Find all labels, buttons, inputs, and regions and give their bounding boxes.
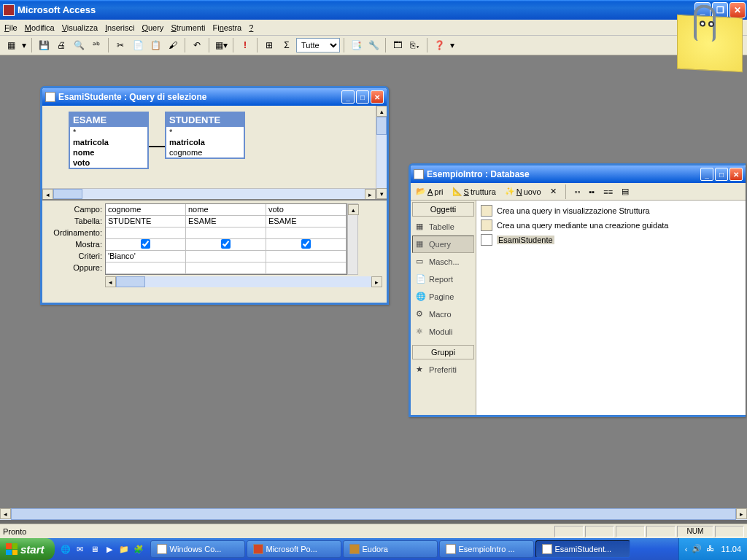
grid-cell-mostra[interactable]	[106, 239, 186, 251]
db-maximize-button[interactable]: □	[715, 168, 728, 181]
db-open-button[interactable]: 📂Apri	[414, 185, 446, 198]
scroll-right-button[interactable]: ▸	[371, 276, 382, 287]
menu-help[interactable]: ?	[249, 23, 253, 32]
showtable-button[interactable]: ⊞	[261, 37, 277, 53]
query-maximize-button[interactable]: □	[356, 90, 369, 104]
app-icon[interactable]: 📁	[117, 542, 131, 556]
grid-cell-ordinamento[interactable]	[266, 228, 347, 239]
hscrollbar[interactable]: ◂ ▸	[42, 188, 376, 199]
scroll-up-button[interactable]: ▴	[376, 106, 387, 117]
dropdown-arrow-icon[interactable]: ▾	[20, 37, 28, 53]
table-esame[interactable]: ESAME * matricola nome voto	[69, 112, 149, 169]
table-field[interactable]: nome	[70, 147, 147, 158]
properties-button[interactable]: 📑	[348, 37, 364, 53]
paste-button[interactable]: 📋	[147, 37, 163, 53]
sidebar-item-query[interactable]: ▦Query	[412, 236, 474, 253]
table-field[interactable]: *	[166, 127, 244, 137]
db-design-button[interactable]: 📐Struttura	[450, 185, 498, 198]
query-tables-pane[interactable]: ESAME * matricola nome voto STUDENTE * m…	[42, 106, 387, 201]
taskbar-eudora[interactable]: Eudora	[343, 540, 438, 558]
undo-button[interactable]: ↶	[189, 37, 205, 53]
media-icon[interactable]: ▶	[103, 542, 116, 556]
tray-chevron-icon[interactable]: ‹	[685, 545, 688, 553]
systray[interactable]: ‹ 🔊 🖧 11.04	[678, 538, 747, 560]
table-field[interactable]: voto	[70, 158, 147, 168]
scroll-right-button[interactable]: ▸	[736, 508, 747, 519]
querytype-button[interactable]: ▦▾	[213, 37, 229, 53]
grid-cell-criteri[interactable]	[186, 251, 266, 262]
query-close-button[interactable]: ✕	[371, 90, 384, 104]
db-delete-button[interactable]: ✕	[548, 185, 559, 198]
newobject-button[interactable]: ⎘▾	[407, 37, 423, 53]
grid-cell-oppure[interactable]	[106, 262, 186, 274]
volume-icon[interactable]: 🔊	[692, 544, 702, 554]
db-close-button[interactable]: ✕	[729, 168, 743, 181]
create-query-design[interactable]: Crea una query in visualizzazione Strutt…	[479, 203, 743, 218]
grid-cell-tabella[interactable]: ESAME	[266, 216, 347, 228]
cut-button[interactable]: ✂	[112, 37, 128, 53]
menu-file[interactable]: File	[4, 23, 18, 32]
save-button[interactable]: 💾	[36, 37, 52, 53]
grid-vscrollbar[interactable]: ▴	[347, 203, 358, 275]
table-field[interactable]: *	[70, 127, 147, 137]
scroll-right-button[interactable]: ▸	[365, 189, 376, 200]
grid-cell-mostra[interactable]	[186, 239, 266, 251]
menu-tools[interactable]: Strumenti	[171, 23, 205, 32]
sidebar-item-preferiti[interactable]: ★Preferiti	[412, 361, 474, 378]
table-studente[interactable]: STUDENTE * matricola cognome	[165, 112, 245, 159]
sidebar-item-macro[interactable]: ⚙Macro	[412, 306, 474, 323]
list-button[interactable]: ≡≡	[601, 186, 615, 198]
grid-cell-ordinamento[interactable]	[186, 228, 266, 239]
show-checkbox[interactable]	[141, 239, 150, 249]
help-button[interactable]: ❓	[431, 37, 447, 53]
taskbar-windows-commander[interactable]: Windows Co...	[150, 540, 245, 558]
db-new-button[interactable]: ✨Nuovo	[503, 185, 543, 198]
mdi-hscrollbar[interactable]: ◂ ▸	[0, 508, 747, 520]
network-icon[interactable]: 🖧	[706, 544, 716, 554]
scroll-left-button[interactable]: ◂	[0, 508, 11, 519]
grid-cell-tabella[interactable]: ESAME	[186, 216, 266, 228]
database-window-titlebar[interactable]: EsempioIntro : Database _ □ ✕	[411, 166, 746, 183]
view-button[interactable]: ▦	[3, 37, 19, 53]
sidebar-item-maschere[interactable]: ▭Masch...	[412, 253, 474, 271]
table-field[interactable]: matricola	[70, 137, 147, 147]
grid-hscrollbar[interactable]: ◂ ▸	[105, 276, 382, 287]
scroll-down-button[interactable]: ▾	[376, 188, 387, 199]
close-button[interactable]: ✕	[729, 2, 746, 18]
large-icons-button[interactable]: ▫▫	[573, 186, 583, 198]
office-assistant[interactable]	[677, 15, 743, 73]
menu-insert[interactable]: Inserisci	[105, 23, 134, 32]
sidebar-item-moduli[interactable]: ⚛Moduli	[412, 323, 474, 341]
vscrollbar[interactable]: ▴ ▾	[376, 106, 387, 199]
grid-cell-oppure[interactable]	[186, 262, 266, 274]
grid-cell-campo[interactable]: cognome	[106, 204, 186, 216]
menu-query[interactable]: Query	[142, 23, 163, 32]
table-field[interactable]: cognome	[166, 147, 244, 158]
grid-cell-criteri[interactable]: 'Bianco'	[106, 251, 186, 262]
sidebar-item-tabelle[interactable]: ▦Tabelle	[412, 218, 474, 236]
grid-cell-mostra[interactable]	[266, 239, 347, 251]
scroll-left-button[interactable]: ◂	[105, 276, 116, 287]
start-button[interactable]: start	[0, 538, 55, 560]
show-checkbox[interactable]	[301, 239, 311, 249]
query-window-titlebar[interactable]: EsamiStudente : Query di selezione _ □ ✕	[42, 88, 387, 106]
outlook-icon[interactable]: ✉	[74, 542, 87, 556]
show-checkbox[interactable]	[221, 239, 231, 249]
small-icons-button[interactable]: ▪▪	[587, 186, 597, 198]
grid-cell-ordinamento[interactable]	[106, 228, 186, 239]
desktop-icon[interactable]: 🖥	[88, 542, 101, 556]
grid-cell-oppure[interactable]	[266, 262, 347, 274]
copy-button[interactable]: 📄	[130, 37, 146, 53]
join-line[interactable]	[149, 146, 165, 147]
build-button[interactable]: 🔧	[365, 37, 382, 53]
taskbar-esamistudente[interactable]: EsamiStudent...	[535, 540, 630, 558]
menu-view[interactable]: Visualizza	[62, 23, 98, 32]
query-grid[interactable]: cognome nome voto STUDENTE ESAME ESAME	[105, 203, 347, 275]
sidebar-item-report[interactable]: 📄Report	[412, 271, 474, 288]
create-query-wizard[interactable]: Crea una query mediante una creazione gu…	[479, 218, 743, 233]
run-button[interactable]: !	[237, 37, 253, 53]
grid-cell-campo[interactable]: voto	[266, 204, 347, 216]
scroll-up-button[interactable]: ▴	[348, 204, 359, 215]
taskbar-powerpoint[interactable]: Microsoft Po...	[247, 540, 341, 558]
print-button[interactable]: 🖨	[53, 37, 69, 53]
